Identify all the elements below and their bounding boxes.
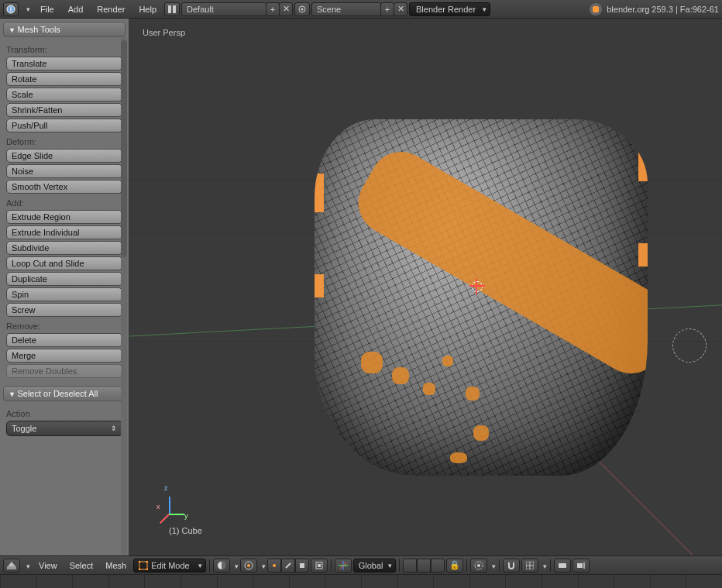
axis-gizmo: z y x <box>161 487 192 518</box>
dropdown-chevrons-icon: ⇕ <box>111 425 117 432</box>
action-dropdown[interactable]: Toggle ⇕ <box>6 421 122 436</box>
view-editor-type-icon[interactable] <box>3 559 20 573</box>
limit-selection-icon[interactable] <box>311 559 328 573</box>
mesh-cube[interactable] <box>315 119 648 476</box>
duplicate-button[interactable]: Duplicate <box>6 272 122 286</box>
version-text: blender.org 259.3 | Fa:962-61 <box>607 5 719 14</box>
subdivide-button[interactable]: Subdivide <box>6 241 122 255</box>
snap-chevron-icon[interactable] <box>540 561 547 570</box>
edge-select-icon[interactable] <box>281 559 295 573</box>
scene-remove-icon[interactable]: ✕ <box>394 2 407 16</box>
svg-point-9 <box>139 561 141 563</box>
mode-dropdown[interactable]: Edit Mode <box>133 559 206 573</box>
opengl-anim-icon[interactable] <box>572 559 590 573</box>
extrude-region-button[interactable]: Extrude Region <box>6 210 122 224</box>
timeline-strip[interactable] <box>0 574 722 588</box>
face-select-icon[interactable] <box>295 559 309 573</box>
scene-add-icon[interactable]: + <box>380 2 394 16</box>
layout-remove-icon[interactable]: ✕ <box>279 2 293 16</box>
shading-dropdown-icon[interactable] <box>213 559 230 573</box>
render-menu[interactable]: Render <box>91 5 131 14</box>
layers-group-a <box>403 559 445 573</box>
edit-mode-icon <box>139 561 148 570</box>
render-engine-dropdown[interactable]: Blender Render <box>409 2 490 16</box>
lock-layers-icon[interactable]: 🔒 <box>446 559 463 573</box>
push-pull-button[interactable]: Push/Pull <box>6 119 122 132</box>
help-menu[interactable]: Help <box>132 5 163 14</box>
perspective-label: User Persp <box>143 28 185 37</box>
snap-target-icon[interactable] <box>521 559 538 573</box>
merge-button[interactable]: Merge <box>6 349 122 363</box>
view-menu[interactable]: View <box>33 561 63 570</box>
scene-field[interactable]: Scene <box>311 2 381 16</box>
snap-icon[interactable] <box>503 559 520 573</box>
selected-faces <box>347 140 648 384</box>
axis-z-label: z <box>164 484 168 492</box>
svg-point-12 <box>146 568 149 570</box>
scene-icon[interactable] <box>294 2 310 16</box>
3d-view-header: View Select Mesh Edit Mode Global 🔒 <box>0 555 722 574</box>
axis-x-label: x <box>156 503 160 511</box>
vertex-select-icon[interactable] <box>267 559 281 573</box>
spin-button[interactable]: Spin <box>6 287 122 301</box>
file-menu[interactable]: File <box>34 5 60 14</box>
svg-text:i: i <box>10 5 12 13</box>
shrink-fatten-button[interactable]: Shrink/Fatten <box>6 103 122 117</box>
translate-button[interactable]: Translate <box>6 57 122 70</box>
add-menu[interactable]: Add <box>62 5 90 14</box>
svg-point-11 <box>139 568 141 570</box>
manipulator-icon[interactable] <box>335 559 352 573</box>
delete-button[interactable]: Delete <box>6 333 122 347</box>
shading-chevron-icon[interactable] <box>232 561 239 570</box>
operator-panel-header[interactable]: Select or Deselect All <box>3 386 125 401</box>
svg-rect-2 <box>168 5 171 13</box>
scale-button[interactable]: Scale <box>6 88 122 101</box>
mesh-tools-header[interactable]: Mesh Tools <box>3 22 125 37</box>
blender-logo-icon <box>590 3 602 15</box>
opengl-render-icon[interactable] <box>554 559 571 573</box>
svg-rect-31 <box>583 562 585 569</box>
screen-layout-field[interactable]: Default <box>181 2 266 16</box>
pivot-chevron-icon[interactable] <box>259 561 266 570</box>
object-name-label: (1) Cube <box>169 526 202 535</box>
svg-point-14 <box>247 564 250 567</box>
svg-point-25 <box>477 564 480 567</box>
add-label: Add: <box>6 198 122 208</box>
action-label: Action <box>6 409 122 418</box>
transform-label: Transform: <box>6 45 122 54</box>
info-header: i File Add Render Help Default + ✕ Scene… <box>0 0 722 19</box>
layer-button[interactable] <box>403 559 417 573</box>
mesh-menu[interactable]: Mesh <box>100 561 132 570</box>
layer-button[interactable] <box>431 559 445 573</box>
mode-label: Edit Mode <box>151 561 190 570</box>
remove-doubles-button[interactable]: Remove Doubles <box>6 364 122 378</box>
edge-slide-button[interactable]: Edge Slide <box>6 149 122 163</box>
screw-button[interactable]: Screw <box>6 303 122 317</box>
tool-scrollbar-thumb[interactable] <box>121 40 127 257</box>
svg-point-5 <box>301 8 304 10</box>
deform-label: Deform: <box>6 137 122 146</box>
propedit-chevron-icon[interactable] <box>489 561 496 570</box>
editor-type-icon[interactable]: i <box>3 2 19 16</box>
noise-button[interactable]: Noise <box>6 164 122 178</box>
loop-cut-button[interactable]: Loop Cut and Slide <box>6 256 122 270</box>
layout-add-icon[interactable]: + <box>266 2 280 16</box>
header-expand-icon[interactable] <box>20 2 33 16</box>
extrude-individual-button[interactable]: Extrude Individual <box>6 225 122 239</box>
screen-layout-icon[interactable] <box>164 2 180 16</box>
orientation-label: Global <box>359 561 383 570</box>
smooth-vertex-button[interactable]: Smooth Vertex <box>6 180 122 194</box>
proportional-edit-icon[interactable] <box>470 559 487 573</box>
layer-button[interactable] <box>417 559 431 573</box>
svg-marker-7 <box>8 562 15 566</box>
3d-viewport[interactable]: User Persp z y x <box>129 19 722 555</box>
svg-point-10 <box>146 561 149 563</box>
view-header-expand-icon[interactable] <box>22 561 32 570</box>
svg-rect-18 <box>300 563 304 568</box>
pivot-dropdown-icon[interactable] <box>240 559 257 573</box>
orientation-dropdown[interactable]: Global <box>353 559 397 573</box>
remove-label: Remove: <box>6 322 122 331</box>
svg-rect-6 <box>7 566 16 569</box>
rotate-button[interactable]: Rotate <box>6 72 122 86</box>
select-menu[interactable]: Select <box>64 561 99 570</box>
